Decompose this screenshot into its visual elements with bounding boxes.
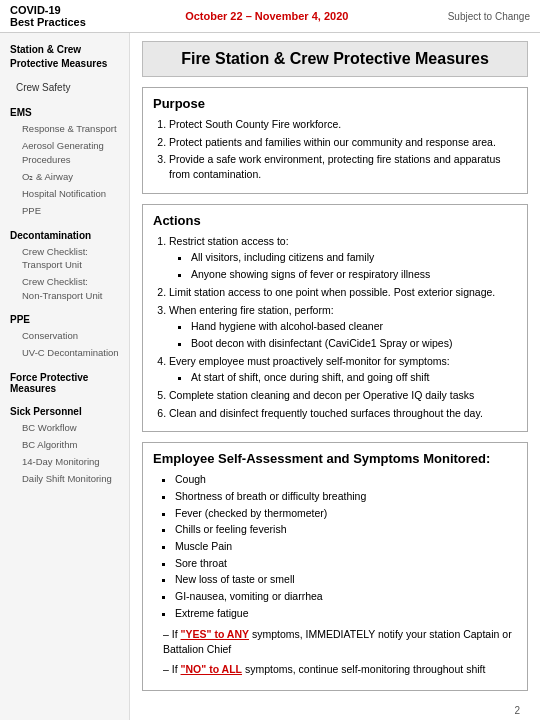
actions-section: Actions Restrict station access to: All …	[142, 204, 528, 433]
sidebar-item-crew-checklist-transport[interactable]: Crew Checklist: Transport Unit	[0, 243, 129, 274]
sidebar-item-response-transport[interactable]: Response & Transport	[0, 120, 129, 137]
if-no-highlight: "NO" to ALL	[181, 663, 242, 675]
date-range: October 22 – November 4, 2020	[185, 10, 348, 22]
purpose-item-3: Provide a safe work environment, protect…	[169, 152, 517, 181]
sidebar-section-decontamination: Decontamination	[0, 226, 129, 243]
action-item-3: When entering fire station, perform: Han…	[169, 303, 517, 351]
action-item-6: Clean and disinfect frequently touched s…	[169, 406, 517, 421]
symptom-muscle: Muscle Pain	[175, 539, 517, 554]
if-yes-line: – If "YES" to ANY symptoms, IMMEDIATELY …	[163, 627, 517, 659]
covid-title: COVID-19 Best Practices	[10, 4, 86, 28]
purpose-item-1: Protect South County Fire workforce.	[169, 117, 517, 132]
action-1-subitem-2: Anyone showing signs of fever or respira…	[191, 267, 517, 282]
purpose-title: Purpose	[153, 96, 517, 111]
action-item-2: Limit station access to one point when p…	[169, 285, 517, 300]
action-3-subitem-1: Hand hygiene with alcohol-based cleaner	[191, 319, 517, 334]
purpose-section: Purpose Protect South County Fire workfo…	[142, 87, 528, 194]
content-area: Fire Station & Crew Protective Measures …	[130, 33, 540, 720]
sidebar-item-station-crew[interactable]: Station & Crew Protective Measures	[0, 41, 129, 73]
symptom-fever: Fever (checked by thermometer)	[175, 506, 517, 521]
sidebar-item-ppe-ems[interactable]: PPE	[0, 202, 129, 219]
sidebar: Station & Crew Protective Measures Crew …	[0, 33, 130, 720]
sidebar-item-bc-workflow[interactable]: BC Workflow	[0, 419, 129, 436]
sidebar-item-14day-monitoring[interactable]: 14-Day Monitoring	[0, 453, 129, 470]
sidebar-section-ppe: PPE	[0, 310, 129, 327]
if-yes-block: – If "YES" to ANY symptoms, IMMEDIATELY …	[153, 627, 517, 678]
action-3-subitem-2: Boot decon with disinfectant (CaviCide1 …	[191, 336, 517, 351]
sidebar-item-crew-checklist-nontransport[interactable]: Crew Checklist: Non-Transport Unit	[0, 273, 129, 304]
action-item-5: Complete station cleaning and decon per …	[169, 388, 517, 403]
if-yes-highlight: "YES" to ANY	[181, 628, 250, 640]
employee-assessment-title: Employee Self-Assessment and Symptoms Mo…	[153, 451, 517, 466]
sidebar-item-o2-airway[interactable]: O₂ & Airway	[0, 168, 129, 185]
sidebar-section-ems: EMS	[0, 103, 129, 120]
sidebar-item-crew-safety[interactable]: Crew Safety	[0, 79, 129, 97]
actions-list: Restrict station access to: All visitors…	[153, 234, 517, 421]
sidebar-section-sick-personnel: Sick Personnel	[0, 402, 129, 419]
symptom-taste: New loss of taste or smell	[175, 572, 517, 587]
sidebar-section-force-protective: Force Protective Measures	[0, 368, 129, 396]
page-number: 2	[142, 701, 528, 720]
action-3-subitems: Hand hygiene with alcohol-based cleaner …	[177, 319, 517, 350]
employee-assessment-section: Employee Self-Assessment and Symptoms Mo…	[142, 442, 528, 690]
symptom-chills: Chills or feeling feverish	[175, 522, 517, 537]
sidebar-item-conservation[interactable]: Conservation	[0, 327, 129, 344]
action-4-subitems: At start of shift, once during shift, an…	[177, 370, 517, 385]
symptom-gi: GI-nausea, vomiting or diarrhea	[175, 589, 517, 604]
sidebar-item-daily-shift-monitoring[interactable]: Daily Shift Monitoring	[0, 470, 129, 487]
purpose-item-2: Protect patients and families within our…	[169, 135, 517, 150]
action-1-subitem-1: All visitors, including citizens and fam…	[191, 250, 517, 265]
sidebar-item-uvc[interactable]: UV-C Decontamination	[0, 344, 129, 361]
subject-to-change: Subject to Change	[448, 11, 530, 22]
symptom-fatigue: Extreme fatigue	[175, 606, 517, 621]
action-item-1: Restrict station access to: All visitors…	[169, 234, 517, 282]
symptom-throat: Sore throat	[175, 556, 517, 571]
sidebar-item-aerosol[interactable]: Aerosol Generating Procedures	[0, 137, 129, 168]
page-title: Fire Station & Crew Protective Measures	[142, 41, 528, 77]
symptom-breath: Shortness of breath or difficulty breath…	[175, 489, 517, 504]
symptoms-list: Cough Shortness of breath or difficulty …	[161, 472, 517, 620]
action-1-subitems: All visitors, including citizens and fam…	[177, 250, 517, 281]
main-layout: Station & Crew Protective Measures Crew …	[0, 33, 540, 720]
action-item-4: Every employee must proactively self-mon…	[169, 354, 517, 385]
sidebar-item-bc-algorithm[interactable]: BC Algorithm	[0, 436, 129, 453]
top-header: COVID-19 Best Practices October 22 – Nov…	[0, 0, 540, 33]
if-no-line: – If "NO" to ALL symptoms, continue self…	[163, 662, 517, 678]
purpose-list: Protect South County Fire workforce. Pro…	[153, 117, 517, 182]
actions-title: Actions	[153, 213, 517, 228]
symptom-cough: Cough	[175, 472, 517, 487]
sidebar-item-hospital-notification[interactable]: Hospital Notification	[0, 185, 129, 202]
action-4-subitem-1: At start of shift, once during shift, an…	[191, 370, 517, 385]
